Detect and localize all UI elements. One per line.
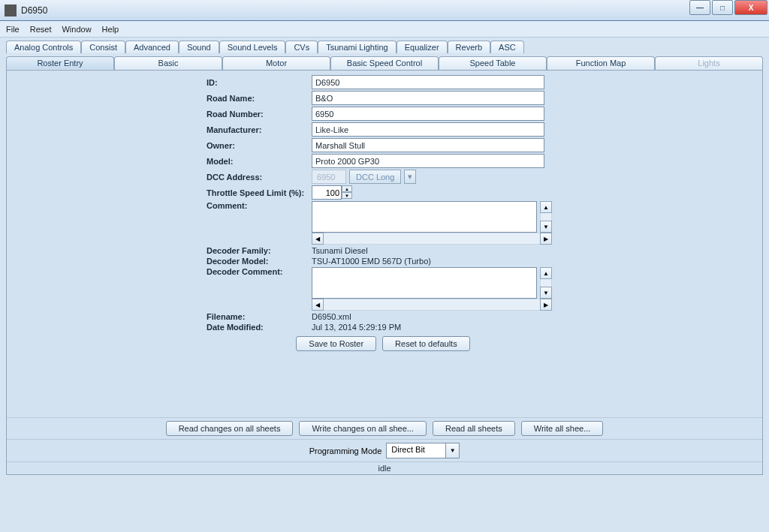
tab-equalizer[interactable]: Equalizer [397, 41, 448, 53]
road-name-label: Road Name: [207, 94, 312, 103]
comment-scroll-up[interactable]: ▲ [540, 201, 552, 213]
tabrow-upper: Analog Controls Consist Advanced Sound S… [6, 41, 763, 53]
decoder-model-value: TSU-AT1000 EMD 567D (Turbo) [312, 257, 431, 266]
model-field[interactable] [312, 154, 544, 168]
date-modified-label: Date Modified: [207, 323, 312, 332]
decoder-family-label: Decoder Family: [207, 246, 312, 255]
comment-scroll-down[interactable]: ▼ [540, 221, 552, 233]
maximize-button[interactable]: □ [712, 0, 733, 15]
tab-reverb[interactable]: Reverb [448, 41, 490, 53]
tabrow-lower: Roster Entry Basic Motor Basic Speed Con… [6, 56, 763, 70]
write-changes-button[interactable]: Write changes on all shee... [299, 421, 427, 436]
owner-label: Owner: [207, 141, 312, 150]
dcc-mode-dropdown[interactable]: ▾ [404, 170, 416, 184]
owner-field[interactable] [312, 138, 544, 152]
programming-mode-dropdown[interactable]: ▼ [446, 443, 460, 458]
throttle-up[interactable]: ▲ [342, 185, 352, 192]
dcc-mode-button[interactable]: DCC Long [349, 170, 401, 184]
tab-cvs[interactable]: CVs [285, 41, 318, 53]
filename-label: Filename: [207, 312, 312, 321]
tab-motor[interactable]: Motor [222, 56, 330, 70]
road-name-field[interactable] [312, 91, 544, 105]
tab-asc[interactable]: ASC [490, 41, 524, 53]
minimize-button[interactable]: — [689, 0, 710, 15]
throttle-down[interactable]: ▼ [342, 192, 352, 199]
decoder-comment-scroll-right[interactable]: ▶ [540, 299, 552, 311]
read-all-button[interactable]: Read all sheets [433, 421, 515, 436]
tab-consist[interactable]: Consist [81, 41, 125, 53]
manufacturer-field[interactable] [312, 122, 544, 137]
comment-field[interactable] [312, 201, 537, 233]
roster-panel: ID: Road Name: Road Number: Manufacturer… [6, 70, 763, 475]
comment-scroll-right[interactable]: ▶ [540, 233, 552, 245]
menu-reset[interactable]: Reset [30, 25, 52, 34]
menubar: File Reset Window Help [0, 21, 769, 38]
comment-scroll-left[interactable]: ◀ [312, 233, 324, 245]
dcc-address-label: DCC Address: [207, 173, 312, 182]
decoder-family-value: Tsunami Diesel [312, 246, 368, 255]
decoder-comment-field[interactable] [312, 267, 537, 299]
menu-file[interactable]: File [6, 25, 20, 34]
tab-sound-levels[interactable]: Sound Levels [219, 41, 286, 53]
menu-help[interactable]: Help [102, 25, 119, 34]
tab-sound[interactable]: Sound [179, 41, 219, 53]
decoder-comment-scroll-down[interactable]: ▼ [540, 287, 552, 299]
reset-to-defaults-button[interactable]: Reset to defaults [382, 336, 470, 351]
programming-mode-value[interactable]: Direct Bit [386, 443, 446, 458]
tab-advanced[interactable]: Advanced [125, 41, 179, 53]
dcc-address-value: 6950 [312, 170, 346, 184]
read-changes-button[interactable]: Read changes on all sheets [166, 421, 294, 436]
menu-window[interactable]: Window [62, 25, 91, 34]
model-label: Model: [207, 157, 312, 166]
tab-lights[interactable]: Lights [655, 56, 763, 70]
titlebar: D6950 — □ X [0, 0, 769, 21]
app-icon [5, 5, 17, 17]
tab-basic-speed-control[interactable]: Basic Speed Control [330, 56, 439, 70]
tab-tsunami-lighting[interactable]: Tsunami Lighting [318, 41, 397, 53]
comment-label: Comment: [207, 201, 312, 210]
tab-function-map[interactable]: Function Map [547, 56, 655, 70]
tab-analog-controls[interactable]: Analog Controls [6, 41, 81, 53]
decoder-comment-scroll-left[interactable]: ◀ [312, 299, 324, 311]
close-button[interactable]: X [734, 0, 767, 15]
id-field[interactable] [312, 75, 544, 89]
filename-value: D6950.xml [312, 312, 351, 321]
id-label: ID: [207, 78, 312, 87]
programming-mode-label: Programming Mode [309, 446, 382, 455]
save-to-roster-button[interactable]: Save to Roster [296, 336, 376, 351]
road-number-label: Road Number: [207, 110, 312, 119]
throttle-field[interactable] [312, 185, 342, 200]
date-modified-value: Jul 13, 2014 5:29:19 PM [312, 323, 401, 332]
throttle-label: Throttle Speed Limit (%): [207, 188, 312, 197]
road-number-field[interactable] [312, 107, 544, 121]
status-bar: idle [7, 461, 762, 474]
tab-roster-entry[interactable]: Roster Entry [6, 56, 114, 70]
decoder-model-label: Decoder Model: [207, 257, 312, 266]
decoder-comment-label: Decoder Comment: [207, 267, 312, 276]
manufacturer-label: Manufacturer: [207, 125, 312, 134]
decoder-comment-scroll-up[interactable]: ▲ [540, 267, 552, 279]
tab-basic[interactable]: Basic [114, 56, 222, 70]
write-all-button[interactable]: Write all shee... [521, 421, 604, 436]
window-title: D6950 [21, 5, 47, 16]
tab-speed-table[interactable]: Speed Table [439, 56, 547, 70]
